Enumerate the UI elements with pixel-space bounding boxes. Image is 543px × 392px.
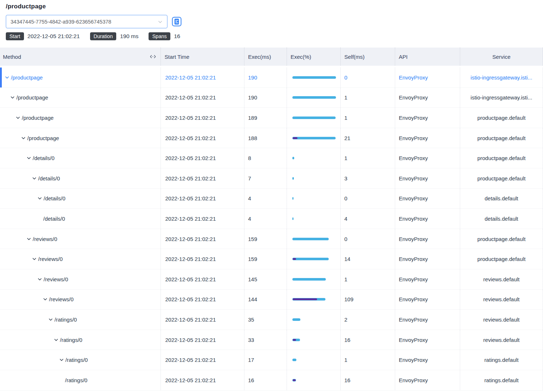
exec-ms-cell: 190 [244, 68, 287, 87]
exec-duration-bar [292, 359, 296, 361]
table-row[interactable]: /details/02022-12-05 21:02:2173EnvoyProx… [0, 168, 543, 189]
api-cell: EnvoyProxy [395, 229, 460, 249]
expand-chevron-icon[interactable] [16, 116, 20, 120]
self-ms-cell: 16 [341, 370, 395, 390]
expand-chevron-icon[interactable] [21, 136, 26, 140]
method-label[interactable]: /ratings/0 [54, 317, 77, 323]
table-row[interactable]: /productpage2022-12-05 21:02:211891Envoy… [0, 108, 543, 128]
expand-chevron-icon[interactable] [49, 318, 53, 322]
api-cell: EnvoyProxy [395, 350, 460, 370]
table-row[interactable]: /productpage2022-12-05 21:02:211901Envoy… [0, 88, 543, 108]
exec-pct-cell [287, 168, 341, 188]
expand-chevron-icon[interactable] [32, 257, 37, 261]
method-label[interactable]: /details/0 [38, 175, 60, 181]
exec-ms-cell: 4 [244, 209, 287, 229]
api-cell: EnvoyProxy [395, 189, 460, 209]
expand-chevron-icon[interactable] [38, 196, 42, 200]
start-time-cell: 2022-12-05 21:02:21 [161, 189, 244, 209]
expand-chevron-icon[interactable] [27, 156, 31, 160]
exec-duration-bar [292, 298, 325, 301]
exec-pct-cell [287, 68, 341, 87]
expand-chevron-icon[interactable] [32, 176, 37, 180]
expand-chevron-icon[interactable] [11, 95, 15, 99]
exec-ms-cell: 188 [244, 128, 287, 148]
exec-duration-bar [292, 258, 329, 260]
table-row[interactable]: /reviews/02022-12-05 21:02:211590EnvoyPr… [0, 229, 543, 249]
exec-duration-bar [292, 197, 293, 200]
self-ms-cell: 109 [341, 290, 395, 310]
api-cell: EnvoyProxy [395, 148, 460, 168]
method-cell: /productpage [0, 128, 161, 148]
method-cell: /ratings/0 [0, 310, 161, 330]
start-value: 2022-12-05 21:02:21 [28, 33, 80, 40]
start-time-cell: 2022-12-05 21:02:21 [161, 229, 244, 249]
trace-header: /productpage 34347445-7755-4842-a939-623… [0, 0, 543, 40]
table-row[interactable]: /reviews/02022-12-05 21:02:21144109Envoy… [0, 290, 543, 310]
expand-chevron-icon[interactable] [43, 297, 48, 301]
column-header-exec-pct: Exec(%) [287, 48, 341, 66]
expand-chevron-icon[interactable] [60, 358, 64, 362]
table-row[interactable]: /details/02022-12-05 21:02:2181EnvoyProx… [0, 148, 543, 168]
start-time-cell: 2022-12-05 21:02:21 [161, 128, 244, 148]
expand-chevron-icon[interactable] [27, 237, 31, 241]
service-cell: reviews.default [460, 269, 543, 289]
self-duration-bar [293, 298, 317, 300]
column-header-api: API [395, 48, 460, 66]
method-label[interactable]: /ratings/0 [60, 337, 82, 343]
trace-id-select[interactable]: 34347445-7755-4842-a939-623656745378 [6, 15, 167, 28]
service-cell: ratings.default [460, 370, 543, 390]
service-cell: reviews.default [460, 310, 543, 330]
service-cell: productpage.default [460, 108, 543, 128]
method-label[interactable]: /details/0 [44, 195, 65, 201]
method-label[interactable]: /reviews/0 [49, 296, 74, 302]
self-ms-cell: 1 [341, 269, 395, 289]
table-row[interactable]: /ratings/02022-12-05 21:02:21171EnvoyPro… [0, 350, 543, 370]
method-cell: /details/0 [0, 168, 161, 188]
copy-trace-id-button[interactable] [172, 17, 182, 26]
start-time-cell: 2022-12-05 21:02:21 [161, 269, 244, 289]
self-ms-cell: 21 [341, 128, 395, 148]
expand-chevron-icon[interactable] [54, 338, 58, 342]
exec-duration-bar [292, 379, 296, 381]
table-row[interactable]: /productpage2022-12-05 21:02:2118821Envo… [0, 128, 543, 148]
exec-pct-cell [287, 330, 341, 350]
method-label[interactable]: /productpage [22, 115, 54, 121]
method-cell: /productpage [0, 88, 161, 108]
method-label[interactable]: /productpage [16, 94, 48, 101]
column-resize-handle[interactable] [150, 54, 156, 59]
exec-pct-cell [287, 350, 341, 370]
method-label[interactable]: /details/0 [33, 155, 54, 161]
method-label[interactable]: /reviews/0 [44, 276, 68, 282]
method-label[interactable]: /productpage [27, 135, 59, 141]
table-row[interactable]: /ratings/02022-12-05 21:02:211616EnvoyPr… [0, 370, 543, 391]
exec-ms-cell: 33 [244, 330, 287, 350]
table-row[interactable]: /details/02022-12-05 21:02:2144EnvoyProx… [0, 209, 543, 229]
expand-chevron-icon[interactable] [5, 75, 9, 79]
method-label[interactable]: /reviews/0 [33, 236, 57, 242]
method-label[interactable]: /ratings/0 [65, 357, 88, 363]
exec-pct-cell [287, 148, 341, 168]
table-row[interactable]: /reviews/02022-12-05 21:02:2115914EnvoyP… [0, 249, 543, 269]
expand-chevron-icon[interactable] [38, 277, 42, 281]
table-row[interactable]: /details/02022-12-05 21:02:2140EnvoyProx… [0, 189, 543, 209]
column-header-exec-ms: Exec(ms) [244, 48, 287, 66]
table-row[interactable]: /ratings/02022-12-05 21:02:213316EnvoyPr… [0, 330, 543, 350]
method-label[interactable]: /reviews/0 [38, 256, 63, 262]
exec-ms-cell: 17 [244, 350, 287, 370]
table-row[interactable]: /ratings/02022-12-05 21:02:21352EnvoyPro… [0, 310, 543, 330]
self-ms-cell: 1 [341, 108, 395, 128]
start-time-cell: 2022-12-05 21:02:21 [161, 148, 244, 168]
service-cell: productpage.default [460, 148, 543, 168]
table-row[interactable]: /reviews/02022-12-05 21:02:211451EnvoyPr… [0, 269, 543, 290]
self-ms-cell: 4 [341, 209, 395, 229]
table-row[interactable]: /productpage2022-12-05 21:02:211900Envoy… [0, 68, 543, 88]
method-label[interactable]: /details/0 [43, 216, 65, 222]
method-label[interactable]: /productpage [11, 74, 43, 81]
method-label[interactable]: /ratings/0 [65, 377, 88, 383]
exec-pct-cell [287, 249, 341, 269]
method-cell: /details/0 [0, 209, 161, 229]
column-header-method: Method [0, 48, 161, 66]
span-table-header: Method Start Time Exec(ms) Exec(%) Self(… [0, 48, 543, 66]
service-cell: productpage.default [460, 249, 543, 269]
method-cell: /ratings/0 [0, 350, 161, 370]
